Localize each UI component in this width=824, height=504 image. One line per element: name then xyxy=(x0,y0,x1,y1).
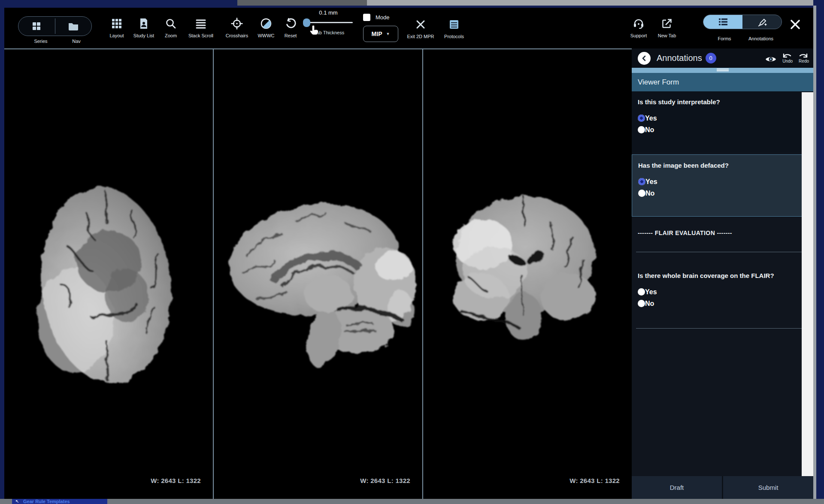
taskbar-item[interactable]: ↖ Gear Rule Templates xyxy=(12,499,107,504)
window-level-icon xyxy=(252,16,280,31)
viewer-form-title: Viewer Form xyxy=(632,73,813,91)
question-text: Is there whole brain coverage on the FLA… xyxy=(638,272,807,279)
main-toolbar: Series Nav Layout Study List Zoom Stack … xyxy=(4,8,813,48)
forms-tab-label: Forms xyxy=(712,36,737,41)
submit-button[interactable]: Submit xyxy=(723,476,813,499)
window-frame-edge xyxy=(813,6,816,499)
study-list-button[interactable]: Study List xyxy=(128,16,160,38)
annotations-panel: Annotations 0 Undo Redo Viewer Form Is t xyxy=(632,48,813,499)
series-panel-button[interactable] xyxy=(18,17,55,36)
exit-2d-mpr-button[interactable]: Exit 2D MPR xyxy=(401,17,440,39)
radio-option-yes[interactable]: Yes xyxy=(638,112,807,124)
radio-selected[interactable] xyxy=(638,178,645,185)
viewport-axial[interactable]: W: 2643 L: 1322 xyxy=(4,49,213,499)
zoom-tool-button[interactable]: Zoom xyxy=(159,16,183,38)
undo-button[interactable]: Undo xyxy=(782,53,793,63)
document-person-icon xyxy=(128,16,160,31)
redo-icon xyxy=(799,53,808,59)
wwwc-button[interactable]: WWWC xyxy=(252,16,280,38)
radio-label: No xyxy=(645,300,654,308)
app-window: Series Nav Layout Study List Zoom Stack … xyxy=(0,0,824,504)
panel-toggle-group xyxy=(18,16,92,36)
new-tab-button[interactable]: New Tab xyxy=(653,16,681,38)
mode-label: Mode xyxy=(376,14,390,21)
protocols-button[interactable]: Protocols xyxy=(439,17,470,39)
form-questions: Is this study interpretable?YesNoHas the… xyxy=(632,91,813,476)
annotations-tab[interactable] xyxy=(742,15,782,29)
reset-button[interactable]: Reset xyxy=(279,16,302,38)
close-viewer-button[interactable] xyxy=(789,18,806,31)
radio-option-no[interactable]: No xyxy=(638,187,807,199)
redo-button[interactable]: Redo xyxy=(799,53,809,63)
magnifier-icon xyxy=(159,16,183,31)
question-text: Has the image been defaced? xyxy=(638,162,807,169)
annotations-tab-label: Annotations xyxy=(742,36,780,41)
radio-unselected[interactable] xyxy=(638,190,645,197)
panel-scrollbar[interactable] xyxy=(802,92,813,476)
radio-option-yes[interactable]: Yes xyxy=(638,176,807,187)
visibility-button[interactable] xyxy=(765,53,776,63)
window-level-overlay: W: 2643 L: 1322 xyxy=(151,477,201,484)
nav-panel-button[interactable] xyxy=(55,17,92,36)
panel-back-button[interactable] xyxy=(638,52,651,65)
window-scrollbar-horizontal[interactable] xyxy=(237,0,813,6)
bottom-strip xyxy=(0,499,824,504)
series-grid-icon xyxy=(31,21,42,32)
headset-icon xyxy=(626,16,651,31)
scrollbar-thumb[interactable] xyxy=(237,0,367,6)
panel-header-actions: Undo Redo xyxy=(765,53,813,63)
question-card: Is there whole brain coverage on the FLA… xyxy=(632,252,813,313)
crosshairs-label: Crosshairs xyxy=(220,33,254,38)
mip-dropdown[interactable]: MIP ▼ xyxy=(363,26,398,42)
sagittal-brain-image xyxy=(217,187,422,380)
layout-label: Layout xyxy=(104,33,130,38)
exit-2d-mpr-label: Exit 2D MPR xyxy=(401,34,440,39)
chevron-down-icon: ▼ xyxy=(386,32,390,36)
zoom-label: Zoom xyxy=(159,33,183,38)
protocols-label: Protocols xyxy=(439,34,470,39)
crosshairs-icon xyxy=(220,16,254,31)
question-text: Is this study interpretable? xyxy=(638,98,807,106)
forms-tab[interactable] xyxy=(703,15,742,29)
radio-unselected[interactable] xyxy=(638,126,645,133)
form-section-header: ------- FLAIR EVALUATION ------- xyxy=(638,229,813,236)
viewport-coronal[interactable]: W: 2643 L: 1322 xyxy=(423,49,632,499)
question-card: Has the image been defaced?YesNo xyxy=(632,154,813,217)
mode-toggle[interactable]: Mode xyxy=(363,14,390,21)
radio-label: No xyxy=(645,190,654,197)
taskbar-item-label: Gear Rule Templates xyxy=(23,499,70,504)
window-frame-right xyxy=(816,0,824,504)
form-divider xyxy=(636,328,809,329)
slab-thickness-slider[interactable] xyxy=(304,22,353,23)
question-card: Is this study interpretable?YesNo xyxy=(632,91,813,153)
close-icon xyxy=(789,18,802,31)
radio-label: No xyxy=(645,126,654,134)
support-button[interactable]: Support xyxy=(626,16,651,38)
radio-unselected[interactable] xyxy=(638,300,645,307)
radio-option-no[interactable]: No xyxy=(638,124,807,136)
mode-checkbox[interactable] xyxy=(363,14,370,21)
support-label: Support xyxy=(626,33,651,38)
draft-button[interactable]: Draft xyxy=(632,476,722,499)
viewport-sagittal[interactable]: W: 2643 L: 1322 xyxy=(214,49,422,499)
undo-label: Undo xyxy=(782,59,793,63)
reset-label: Reset xyxy=(279,33,302,38)
taskbar-arrow-icon: ↖ xyxy=(15,499,19,504)
layout-button[interactable]: Layout xyxy=(104,16,130,38)
radio-selected[interactable] xyxy=(638,115,645,122)
coronal-brain-image xyxy=(441,184,609,343)
layout-grid-icon xyxy=(104,16,130,31)
mip-value: MIP xyxy=(372,30,382,37)
axial-brain-image xyxy=(25,169,188,401)
radio-option-yes[interactable]: Yes xyxy=(638,286,807,298)
panel-resize-strip[interactable] xyxy=(632,68,813,73)
stack-scroll-label: Stack Scroll xyxy=(184,33,218,38)
slab-thickness-value: 0.1 mm xyxy=(300,9,356,16)
eye-icon xyxy=(765,55,776,63)
crosshairs-button[interactable]: Crosshairs xyxy=(220,16,254,38)
stack-scroll-button[interactable]: Stack Scroll xyxy=(184,16,218,38)
annotations-panel-header: Annotations 0 Undo Redo xyxy=(632,48,813,68)
radio-unselected[interactable] xyxy=(638,288,645,296)
radio-option-no[interactable]: No xyxy=(638,298,807,309)
series-label: Series xyxy=(24,39,58,44)
